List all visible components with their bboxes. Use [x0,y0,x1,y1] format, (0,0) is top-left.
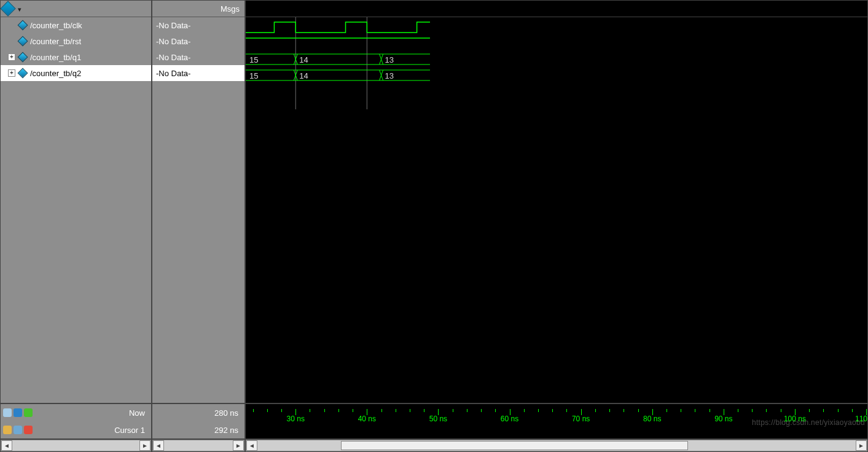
bus-value: 14 [299,55,308,64]
tick-label: 110 ns [855,415,868,423]
dropdown-icon[interactable] [15,4,22,14]
signal-header[interactable] [1,1,151,17]
bus-value: 13 [385,55,394,64]
scroll-left-icon[interactable]: ◄ [153,440,164,451]
bus-value: 15 [249,71,258,80]
time-ruler[interactable]: 30 ns40 ns50 ns60 ns70 ns80 ns90 ns100 n… [246,404,867,423]
msg-row[interactable]: -No Data- [152,17,244,33]
toolbar-icon[interactable] [3,426,12,434]
bus-value: 13 [385,71,394,80]
bus-value: 14 [299,71,308,80]
signal-row[interactable]: /counter_tb/rst [1,33,151,49]
signal-name: /counter_tb/q1 [30,53,81,62]
now-label: Now [129,408,151,418]
now-value: 280 ns [214,408,238,418]
signal-row[interactable]: /counter_tb/clk [1,17,151,33]
toolbar-icon[interactable] [14,408,22,417]
signal-hscroll[interactable]: ◄ ► [1,440,151,451]
signal-name: /counter_tb/rst [30,37,81,46]
add-icon[interactable] [24,408,33,417]
wave-panel[interactable]: 151413120151413151413120151413 [245,0,868,403]
msgs-header-label: Msgs [221,4,240,14]
signal-diamond-icon [18,52,28,63]
tick-label: 40 ns [358,415,376,423]
bus-value: 15 [249,55,258,64]
wave-hscroll[interactable]: ◄ ► [246,440,867,451]
wave-scroll-thumb[interactable] [341,441,688,450]
cursor-value: 292 ns [214,426,238,435]
tick-label: 50 ns [429,415,447,423]
scroll-left-icon[interactable]: ◄ [1,440,12,451]
remove-icon[interactable] [24,426,33,434]
now-value-cell: 280 ns [152,404,244,421]
scroll-right-icon[interactable]: ► [139,440,151,451]
scroll-right-icon[interactable]: ► [856,440,867,451]
cursor-label: Cursor 1 [114,426,151,435]
msg-row[interactable]: -No Data- [152,33,244,49]
tick-label: 80 ns [643,415,661,423]
toolbar-icon[interactable] [3,408,12,417]
footer-now-row: Now [1,404,151,421]
toolbar-icon[interactable] [14,426,22,434]
expand-icon[interactable]: + [8,69,15,77]
expand-icon[interactable]: + [8,53,15,61]
tick-label: 70 ns [572,415,590,423]
scroll-right-icon[interactable]: ► [233,440,244,451]
signal-row[interactable]: +/counter_tb/q2 [1,65,151,81]
cursor-value-cell[interactable]: 292 ns [152,421,244,438]
signal-name: /counter_tb/clk [30,21,82,30]
signal-row[interactable]: +/counter_tb/q1 [1,49,151,65]
signal-diamond-icon [18,36,28,47]
msg-row[interactable]: -No Data- [152,49,244,65]
signal-name: /counter_tb/q2 [30,69,81,78]
tick-label: 30 ns [287,415,305,423]
wave-header [246,1,867,17]
msgs-hscroll[interactable]: ◄ ► [152,440,244,451]
tick-label: 90 ns [714,415,732,423]
tick-label: 60 ns [501,415,518,423]
msgs-header[interactable]: Msgs [152,1,244,17]
signal-name-panel: /counter_tb/clk/counter_tb/rst+/counter_… [0,0,152,403]
signal-diamond-icon [18,68,28,79]
signal-diamond-icon [18,20,28,31]
msgs-panel: Msgs -No Data--No Data--No Data--No Data… [152,0,245,403]
msg-row[interactable]: -No Data- [152,65,244,81]
wave-canvas[interactable]: 151413120151413151413120151413 [246,17,430,109]
tick-label: 100 ns [784,415,806,423]
scroll-left-icon[interactable]: ◄ [246,440,257,451]
footer-cursor-row[interactable]: Cursor 1 [1,421,151,438]
cube-icon [0,1,15,16]
